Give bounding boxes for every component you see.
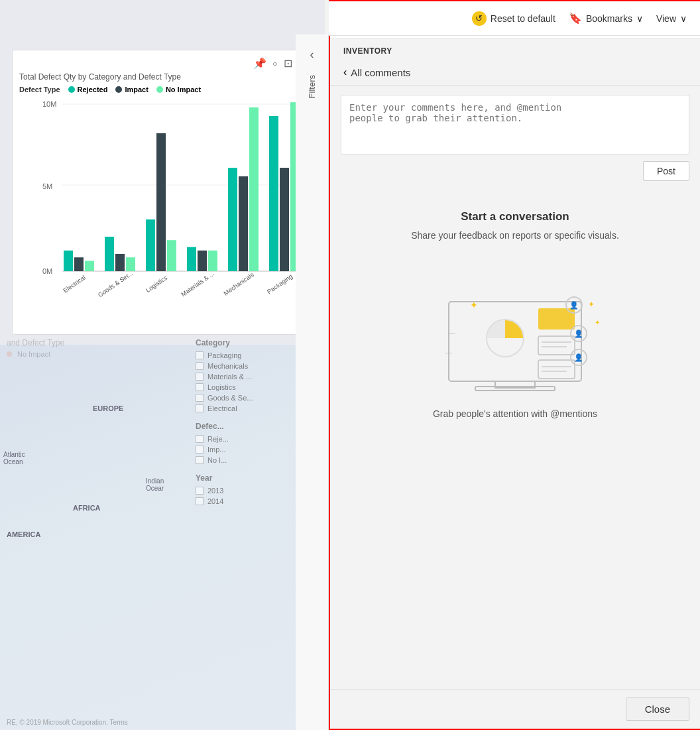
close-btn-row: Close (330, 689, 700, 729)
no-impact-dot (156, 86, 163, 93)
reset-to-default-button[interactable]: ↺ Reset to default (472, 11, 555, 26)
svg-text:10M: 10M (42, 100, 56, 108)
map-label-africa: AFRICA (73, 504, 101, 512)
chart-legend: Defect Type Rejected Impact No Impact (19, 86, 306, 93)
collapse-filters-button[interactable]: ‹ (310, 48, 314, 62)
comments-panel: ↺ Reset to default 🔖 Bookmarks ∨ View ∨ … (329, 0, 700, 730)
chart-card: 📌 ⬦ ⊡ ··· Total Defect Qty by Category a… (12, 50, 314, 335)
filters-content: Category PackagingMechanicalsMaterials &… (196, 338, 253, 508)
post-btn-row: Post (341, 161, 689, 181)
chart-title: Total Defect Qty by Category and Defect … (19, 72, 306, 82)
comment-input-area: Post (330, 86, 700, 190)
map-background (0, 345, 325, 729)
map-label-america: AMERICA (7, 530, 40, 538)
legend-rejected: Rejected (68, 86, 108, 93)
start-conversation-subtitle: Share your feedback on reports or specif… (411, 229, 619, 243)
chart-toolbar: 📌 ⬦ ⊡ ··· (19, 57, 306, 70)
svg-rect-16 (167, 240, 176, 271)
svg-rect-18 (187, 247, 196, 271)
bookmarks-chevron: ∨ (636, 13, 643, 24)
pin-icon[interactable]: 📌 (253, 57, 266, 70)
svg-text:Materials & ...: Materials & ... (180, 270, 215, 298)
svg-rect-27 (280, 168, 289, 271)
svg-rect-26 (269, 116, 278, 271)
start-conversation-title: Start a conversation (461, 210, 569, 223)
svg-text:✦: ✦ (595, 319, 600, 326)
svg-rect-8 (85, 261, 94, 271)
toolbar: ↺ Reset to default 🔖 Bookmarks ∨ View ∨ (329, 1, 700, 36)
svg-rect-37 (538, 336, 575, 355)
svg-rect-15 (156, 133, 166, 271)
expand-icon[interactable]: ⊡ (284, 57, 292, 70)
svg-text:—: — (445, 349, 452, 356)
all-comments-text: All comments (351, 67, 410, 78)
svg-rect-10 (105, 237, 114, 271)
defect-filter-title: Defec... (196, 422, 253, 431)
filters-side-panel: ‹ Filters (296, 34, 329, 730)
inventory-label: INVENTORY (330, 38, 700, 61)
map-label-europe: EUROPE (93, 404, 123, 412)
view-chevron: ∨ (680, 13, 687, 24)
svg-text:Packaging: Packaging (266, 273, 294, 295)
svg-rect-42 (538, 360, 575, 379)
svg-rect-11 (115, 254, 125, 271)
svg-text:Mechanicals: Mechanicals (222, 271, 255, 296)
category-filter-title: Category (196, 338, 253, 347)
impact-dot (115, 86, 122, 93)
rejected-dot (68, 86, 75, 93)
legend-impact: Impact (115, 86, 148, 93)
svg-text:👤: 👤 (574, 353, 583, 362)
comments-body: 💬 Comments INVENTORY ‹ All comments Post… (330, 1, 700, 729)
svg-text:0M: 0M (42, 267, 52, 275)
svg-text:👤: 👤 (569, 300, 579, 310)
legend-defect-type: Defect Type (19, 86, 60, 93)
svg-text:—: — (449, 329, 455, 336)
svg-rect-20 (208, 251, 217, 271)
svg-rect-6 (64, 251, 73, 271)
grab-attention-text: Grab people's attention with @mentions (433, 408, 597, 419)
svg-text:5M: 5M (42, 182, 52, 190)
left-panel: EUROPE AFRICA AMERICA AtlanticOcean Indi… (0, 0, 325, 730)
svg-rect-22 (228, 168, 237, 271)
bookmarks-button[interactable]: 🔖 Bookmarks ∨ (569, 12, 643, 25)
svg-rect-7 (74, 257, 84, 271)
bookmark-icon: 🔖 (569, 12, 582, 25)
map-label-atlantic: AtlanticOcean (3, 451, 25, 465)
post-button[interactable]: Post (643, 161, 689, 181)
svg-text:✦: ✦ (588, 300, 595, 309)
chart-area: 10M5M0MElectricalGoods & Ser...Logistics… (19, 99, 306, 298)
svg-text:✦: ✦ (470, 300, 478, 310)
close-button[interactable]: Close (626, 698, 689, 721)
view-button[interactable]: View ∨ (656, 13, 687, 24)
year-filter-title: Year (196, 473, 253, 483)
faded-bg-text: and Defect Type No Impact (7, 338, 64, 358)
conversation-area: Start a conversation Share your feedback… (330, 190, 700, 689)
svg-rect-19 (198, 251, 207, 271)
all-comments-row[interactable]: ‹ All comments (330, 61, 700, 86)
svg-text:Goods & Ser...: Goods & Ser... (97, 269, 135, 298)
svg-text:Electrical: Electrical (62, 274, 87, 294)
comment-input[interactable] (341, 95, 689, 154)
conversation-illustration: 👤 👤 👤 ✦ ✦ ✦ — — (409, 259, 621, 391)
svg-rect-12 (126, 257, 135, 271)
filters-toggle-label[interactable]: Filters (307, 75, 317, 98)
map-label-indian: IndianOcear (146, 477, 164, 492)
filter-icon[interactable]: ⬦ (272, 57, 278, 70)
svg-rect-23 (239, 176, 248, 271)
svg-rect-24 (249, 107, 259, 271)
reset-icon: ↺ (472, 11, 487, 26)
svg-rect-14 (146, 219, 155, 271)
svg-text:👤: 👤 (574, 329, 583, 338)
back-chevron-icon: ‹ (343, 66, 347, 78)
copyright: RE, © 2019 Microsoft Corporation. Terms (7, 719, 128, 726)
svg-text:Logistics: Logistics (145, 274, 169, 294)
legend-no-impact: No Impact (156, 86, 201, 93)
